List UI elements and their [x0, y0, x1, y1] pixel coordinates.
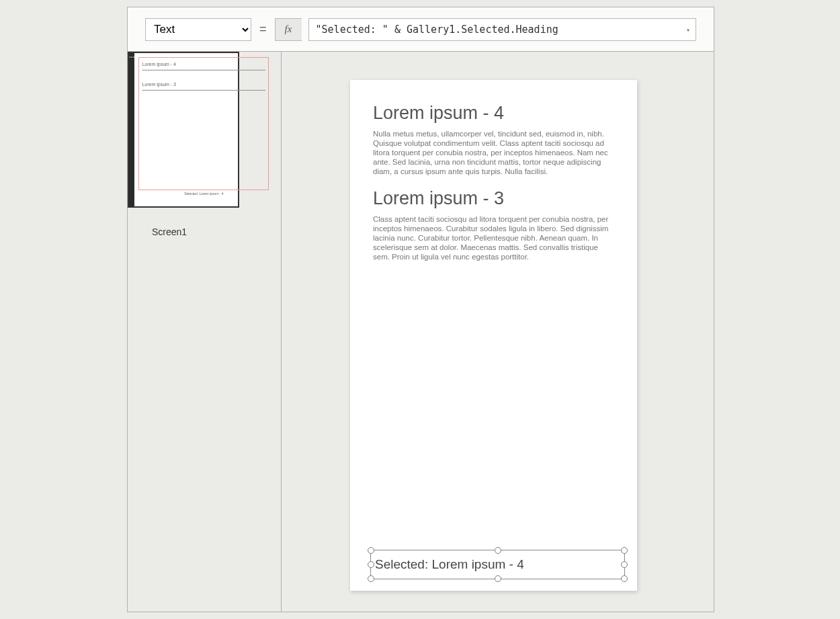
fx-button[interactable]: fx [275, 18, 302, 41]
thumbnail-selected-label: Selected: Lorem ipsum - 4 [138, 192, 269, 196]
formula-text: "Selected: " & Gallery1.Selected.Heading [316, 19, 689, 40]
resize-handle-bm[interactable] [495, 575, 501, 582]
formula-input[interactable]: "Selected: " & Gallery1.Selected.Heading… [308, 18, 696, 41]
gallery-control[interactable]: Lorem ipsum - 4 Nulla metus metus, ullam… [350, 80, 637, 261]
resize-handle-bl[interactable] [368, 575, 374, 582]
resize-handle-tm[interactable] [495, 547, 501, 554]
thumbnail-body-2: ▬▬▬▬▬▬▬▬▬▬▬▬▬▬▬▬▬▬▬▬▬▬▬▬▬▬▬▬▬▬▬▬▬▬▬▬▬▬▬▬… [142, 88, 265, 98]
screen-name-label[interactable]: Screen1 [152, 226, 281, 237]
thumbnail-gutter: ••• [129, 53, 134, 206]
canvas-area[interactable]: Lorem ipsum - 4 Nulla metus metus, ullam… [282, 52, 714, 612]
gallery-item-heading: Lorem ipsum - 3 [373, 188, 614, 209]
screen-thumbnail-wrap: ••• Lorem ipsum - 4 ▬▬▬▬▬▬▬▬▬▬▬▬▬▬▬▬▬▬▬▬… [128, 52, 281, 237]
gallery-item-heading: Lorem ipsum - 4 [373, 103, 614, 124]
phone-canvas[interactable]: Lorem ipsum - 4 Nulla metus metus, ullam… [350, 80, 637, 591]
selected-label-text: Selected: Lorem ipsum - 4 [375, 557, 524, 572]
equals-sign: = [259, 22, 267, 36]
resize-handle-ml[interactable] [368, 561, 374, 568]
resize-handle-br[interactable] [621, 575, 628, 582]
thumbnail-body-1: ▬▬▬▬▬▬▬▬▬▬▬▬▬▬▬▬▬▬▬▬▬▬▬▬▬▬▬▬▬▬▬▬▬▬▬▬▬▬▬▬… [142, 68, 265, 78]
thumbnail-heading-2: Lorem ipsum - 3 [142, 82, 265, 87]
main-body: ••• Lorem ipsum - 4 ▬▬▬▬▬▬▬▬▬▬▬▬▬▬▬▬▬▬▬▬… [128, 52, 714, 612]
gallery-item-body: Class aptent taciti sociosqu ad litora t… [373, 214, 614, 261]
chevron-down-icon[interactable]: ▾ [686, 26, 690, 33]
screens-panel: ••• Lorem ipsum - 4 ▬▬▬▬▬▬▬▬▬▬▬▬▬▬▬▬▬▬▬▬… [128, 52, 282, 612]
thumbnail-gallery-outline: Lorem ipsum - 4 ▬▬▬▬▬▬▬▬▬▬▬▬▬▬▬▬▬▬▬▬▬▬▬▬… [138, 57, 269, 190]
resize-handle-tr[interactable] [621, 547, 628, 554]
screen-thumbnail[interactable]: ••• Lorem ipsum - 4 ▬▬▬▬▬▬▬▬▬▬▬▬▬▬▬▬▬▬▬▬… [128, 52, 239, 208]
formula-bar: Text = fx "Selected: " & Gallery1.Select… [128, 7, 714, 52]
resize-handle-tl[interactable] [368, 547, 374, 554]
fx-icon: fx [285, 24, 292, 35]
thumbnail-heading-1: Lorem ipsum - 4 [142, 62, 265, 67]
selected-label-control[interactable]: Selected: Lorem ipsum - 4 [370, 550, 625, 579]
more-icon: ••• [129, 56, 134, 58]
app-frame: Text = fx "Selected: " & Gallery1.Select… [127, 7, 714, 612]
gallery-item-body: Nulla metus metus, ullamcorper vel, tinc… [373, 129, 614, 176]
resize-handle-mr[interactable] [621, 561, 628, 568]
property-dropdown[interactable]: Text [145, 18, 251, 41]
thumbnail-body: Lorem ipsum - 4 ▬▬▬▬▬▬▬▬▬▬▬▬▬▬▬▬▬▬▬▬▬▬▬▬… [134, 53, 273, 206]
